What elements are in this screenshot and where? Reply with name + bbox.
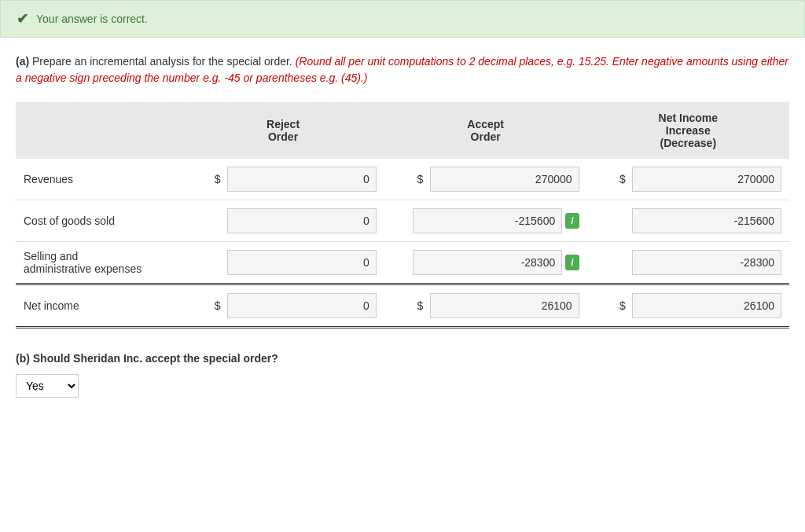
accept-dollar: $ <box>417 173 427 185</box>
reject-dollar: $ <box>215 173 224 185</box>
table-header-row: RejectOrder AcceptOrder Net IncomeIncrea… <box>16 102 789 159</box>
part-b-section: (b) Should Sheridan Inc. accept the spec… <box>16 352 789 398</box>
reject-input[interactable]: 0 <box>227 167 377 192</box>
row-label: Net income <box>16 284 182 328</box>
net-cell: -28300 <box>587 242 789 284</box>
net-dollar: $ <box>619 173 629 185</box>
net-input[interactable]: 26100 <box>632 293 781 318</box>
part-b-label: (b) <box>16 352 30 365</box>
accept-cell: $ 26100 <box>384 284 587 328</box>
reject-cell: $ 0 <box>182 159 384 200</box>
net-cell: -215600 <box>587 200 789 242</box>
reject-dollar: $ <box>215 299 224 312</box>
info-icon[interactable]: i <box>565 255 579 270</box>
header-reject-col: RejectOrder <box>182 102 384 159</box>
accept-input[interactable]: -28300 <box>413 250 562 275</box>
row-label: Revenues <box>16 159 182 200</box>
table-row: Net income $ 0 $ 26100 $ 26100 <box>16 284 789 328</box>
reject-cell: 0 <box>182 242 384 284</box>
part-a-instructions: (a) Prepare an incremental analysis for … <box>16 53 789 86</box>
correct-banner: ✔ Your answer is correct. <box>0 0 805 38</box>
accept-cell: $ 270000 <box>384 159 587 200</box>
reject-input[interactable]: 0 <box>227 250 377 275</box>
accept-input[interactable]: 270000 <box>430 167 579 192</box>
accept-input[interactable]: 26100 <box>430 293 579 318</box>
accept-input[interactable]: -215600 <box>413 208 562 233</box>
correct-text: Your answer is correct. <box>36 13 148 25</box>
net-cell: $ 26100 <box>587 284 789 328</box>
accept-cell: -215600 i <box>384 200 587 242</box>
reject-input[interactable]: 0 <box>227 293 377 318</box>
instruction-plain: Prepare an incremental analysis for the … <box>32 55 292 68</box>
table-row: Selling andadministrative expenses 0 -28… <box>16 242 789 284</box>
reject-cell: $ 0 <box>182 284 384 328</box>
part-b-question-text: Should Sheridan Inc. accept the special … <box>33 352 278 365</box>
reject-input[interactable]: 0 <box>227 208 377 233</box>
info-icon[interactable]: i <box>565 213 579 229</box>
header-label-col <box>16 102 182 159</box>
part-b-question: (b) Should Sheridan Inc. accept the spec… <box>16 352 789 365</box>
net-input[interactable]: -215600 <box>632 208 781 233</box>
part-a-label: (a) <box>16 55 29 68</box>
table-row: Revenues $ 0 $ 270000 $ 270000 <box>16 159 789 200</box>
accept-cell: -28300 i <box>384 242 587 284</box>
row-label: Selling andadministrative expenses <box>16 242 182 284</box>
table-row: Cost of goods sold 0 -215600 i -215600 <box>16 200 789 242</box>
net-dollar: $ <box>619 299 629 312</box>
incremental-analysis-table: RejectOrder AcceptOrder Net IncomeIncrea… <box>16 102 789 328</box>
net-input[interactable]: -28300 <box>632 250 781 275</box>
net-input[interactable]: 270000 <box>632 167 781 192</box>
header-net-col: Net IncomeIncrease(Decrease) <box>587 102 789 159</box>
check-icon: ✔ <box>17 10 28 28</box>
reject-cell: 0 <box>182 200 384 242</box>
row-label: Cost of goods sold <box>16 200 182 242</box>
accept-dollar: $ <box>417 299 427 312</box>
header-accept-col: AcceptOrder <box>384 102 587 159</box>
net-cell: $ 270000 <box>587 159 789 200</box>
yes-no-dropdown[interactable]: YesNo <box>16 374 79 398</box>
